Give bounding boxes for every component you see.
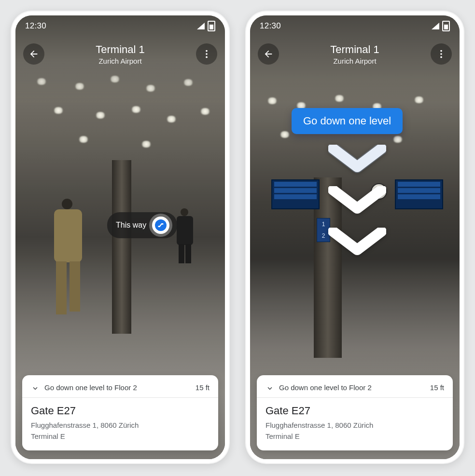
destination-address: Flugghafenstrasse 1, 8060 Zürich <box>31 420 210 431</box>
arrow-left-icon <box>28 49 39 59</box>
card-instruction-row: Go down one level to Floor 2 15 ft <box>31 383 210 392</box>
chevron-down-icon <box>328 145 386 176</box>
status-icons <box>197 21 215 31</box>
ar-instruction-banner: Go down one level <box>292 108 403 134</box>
battery-icon <box>208 21 215 31</box>
more-vertical-icon <box>436 49 447 59</box>
svg-point-5 <box>440 56 442 58</box>
destination-address: Flugghafenstrasse 1, 8060 Zürich <box>265 420 444 431</box>
directions-card[interactable]: Go down one level to Floor 2 15 ft Gate … <box>257 375 453 450</box>
more-vertical-icon <box>201 49 212 59</box>
card-instruction-row: Go down one level to Floor 2 15 ft <box>265 383 444 392</box>
ar-direction-pill: This way <box>107 212 177 238</box>
escalator-icon <box>157 221 165 229</box>
svg-point-3 <box>440 50 442 52</box>
ar-pill-text: This way <box>116 221 146 230</box>
app-header: Terminal 1 Zurich Airport <box>250 39 460 70</box>
ar-pill-icon-circle <box>152 217 169 234</box>
more-button[interactable] <box>196 43 217 65</box>
signal-icon <box>432 23 439 29</box>
screen: 12 12:30 Terminal 1 Zurich Airport <box>250 15 460 459</box>
chevron-down-icon <box>328 228 386 258</box>
departure-board <box>271 179 320 209</box>
screen: 12:30 Terminal 1 Zurich Airport <box>15 15 225 459</box>
instruction-distance: 15 ft <box>430 383 444 392</box>
svg-point-1 <box>206 53 208 55</box>
person-silhouette <box>170 208 204 266</box>
card-divider <box>257 397 453 398</box>
header-titles: Terminal 1 Zurich Airport <box>44 43 196 65</box>
header-subtitle: Zurich Airport <box>279 57 431 65</box>
ar-banner-text: Go down one level <box>303 115 391 127</box>
status-icons <box>432 21 450 31</box>
instruction-text: Go down one level to Floor 2 <box>279 383 425 392</box>
header-titles: Terminal 1 Zurich Airport <box>279 43 431 65</box>
arrow-down-icon <box>265 383 274 392</box>
instruction-distance: 15 ft <box>196 383 210 392</box>
phone-mockup-left: 12:30 Terminal 1 Zurich Airport <box>11 11 230 464</box>
pillar <box>112 160 131 334</box>
signal-icon <box>197 23 205 29</box>
header-title: Terminal 1 <box>44 43 196 56</box>
back-button[interactable] <box>23 43 44 65</box>
more-button[interactable] <box>431 43 452 65</box>
arrow-down-icon <box>31 383 40 392</box>
departure-board <box>395 179 443 209</box>
chevron-down-icon <box>328 186 386 217</box>
svg-point-2 <box>206 56 208 58</box>
destination-terminal: Terminal E <box>31 431 210 442</box>
destination-title: Gate E27 <box>265 405 444 417</box>
instruction-text: Go down one level to Floor 2 <box>44 383 191 392</box>
destination-title: Gate E27 <box>31 405 210 417</box>
status-bar: 12:30 <box>15 15 225 37</box>
status-time: 12:30 <box>25 21 46 31</box>
header-title: Terminal 1 <box>279 43 431 56</box>
status-bar: 12:30 <box>250 15 460 37</box>
app-header: Terminal 1 Zurich Airport <box>15 39 225 70</box>
status-time: 12:30 <box>260 21 281 31</box>
header-subtitle: Zurich Airport <box>44 57 196 65</box>
destination-terminal: Terminal E <box>265 431 444 442</box>
svg-point-4 <box>440 53 442 55</box>
phone-mockup-right: 12 12:30 Terminal 1 Zurich Airport <box>245 11 464 464</box>
arrow-left-icon <box>263 49 274 59</box>
card-divider <box>22 397 218 398</box>
battery-icon <box>442 21 450 31</box>
ar-chevron-stack <box>328 145 386 269</box>
person-silhouette <box>35 199 93 324</box>
directions-card[interactable]: Go down one level to Floor 2 15 ft Gate … <box>22 375 218 450</box>
svg-point-0 <box>206 50 208 52</box>
back-button[interactable] <box>258 43 279 65</box>
